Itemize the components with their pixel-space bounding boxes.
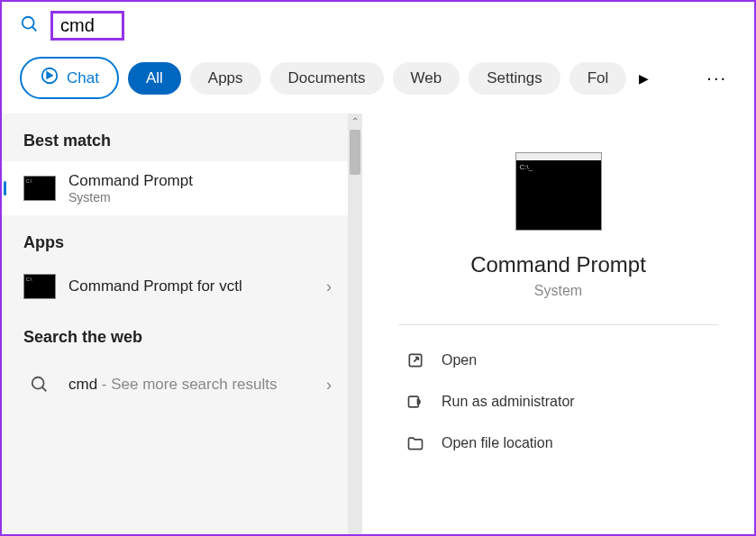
best-match-header: Best match bbox=[2, 114, 362, 161]
svg-line-1 bbox=[32, 26, 37, 31]
scrollbar-thumb[interactable] bbox=[350, 130, 360, 175]
results-pane: Best match C:\ Command Prompt System App… bbox=[2, 114, 362, 536]
search-web-icon bbox=[23, 368, 56, 401]
scrollbar[interactable]: ⌃ bbox=[348, 114, 362, 536]
open-icon bbox=[405, 350, 425, 370]
more-button[interactable]: ··· bbox=[697, 68, 736, 88]
preview-subtitle: System bbox=[398, 283, 718, 299]
preview-app-icon: C:\_ bbox=[515, 159, 602, 231]
filter-all[interactable]: All bbox=[128, 62, 181, 95]
result-command-prompt[interactable]: C:\ Command Prompt System bbox=[2, 161, 362, 215]
svg-point-3 bbox=[32, 377, 44, 389]
filter-settings[interactable]: Settings bbox=[469, 62, 560, 95]
filter-documents[interactable]: Documents bbox=[270, 62, 384, 95]
scroll-up-icon[interactable]: ⌃ bbox=[348, 114, 362, 128]
action-open[interactable]: Open bbox=[398, 340, 718, 381]
bing-chat-icon bbox=[40, 66, 59, 90]
filter-web[interactable]: Web bbox=[393, 62, 460, 95]
action-run-admin[interactable]: Run as administrator bbox=[398, 381, 718, 422]
filter-apps[interactable]: Apps bbox=[190, 62, 261, 95]
preview-title: Command Prompt bbox=[398, 252, 718, 277]
action-file-location[interactable]: Open file location bbox=[398, 422, 718, 464]
search-icon bbox=[20, 14, 40, 38]
filter-folders[interactable]: Fol bbox=[569, 62, 627, 95]
admin-icon bbox=[405, 392, 425, 412]
divider bbox=[398, 324, 718, 325]
result-web-cmd[interactable]: cmd - See more search results › bbox=[2, 358, 362, 412]
chevron-right-icon[interactable]: › bbox=[317, 277, 341, 296]
search-input[interactable] bbox=[60, 15, 114, 36]
apps-header: Apps bbox=[2, 215, 362, 263]
cmd-icon: C:\ bbox=[23, 176, 56, 201]
cmd-icon: C:\ bbox=[23, 274, 56, 299]
preview-pane: C:\_ Command Prompt System Open Run as a… bbox=[362, 114, 754, 536]
result-cmd-vctl[interactable]: C:\ Command Prompt for vctl › bbox=[2, 263, 362, 310]
svg-point-0 bbox=[23, 16, 34, 28]
svg-line-4 bbox=[42, 387, 47, 392]
search-highlight bbox=[50, 11, 124, 41]
chat-button[interactable]: Chat bbox=[20, 57, 119, 99]
chevron-right-icon[interactable]: › bbox=[317, 376, 341, 395]
scroll-right-icon[interactable]: ▶ bbox=[639, 71, 649, 86]
web-header: Search the web bbox=[2, 310, 362, 358]
folder-icon bbox=[405, 433, 425, 453]
